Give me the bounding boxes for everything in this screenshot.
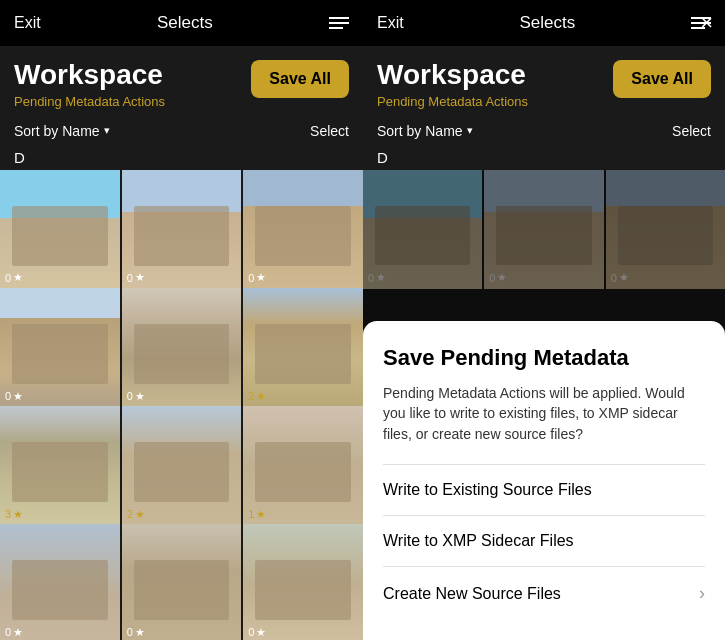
right-exit-button[interactable]: Exit [377, 14, 404, 32]
modal-title: Save Pending Metadata [383, 345, 705, 371]
photo-cell-7[interactable]: 3 ★ [0, 406, 120, 526]
right-photo-badge-2: 0 ★ [489, 271, 507, 284]
star-icon-2: ★ [135, 271, 145, 284]
left-section-label: D [0, 145, 363, 170]
photo-cell-4[interactable]: 0 ★ [0, 288, 120, 408]
left-sort-label-text: Sort by Name [14, 123, 100, 139]
photo-cell-12[interactable]: 0 ★ [243, 524, 363, 640]
left-photo-grid: 0 ★ 0 ★ 0 ★ 0 ★ 0 ★ [0, 170, 363, 640]
star-icon-6: ★ [256, 390, 266, 403]
right-star-icon-1: ★ [376, 271, 386, 284]
right-photo-cell-3: 0 ★ [606, 170, 725, 289]
left-sort-chevron-icon: ▾ [104, 124, 110, 137]
photo-badge-8: 2 ★ [127, 508, 145, 521]
photo-cell-11[interactable]: 0 ★ [122, 524, 242, 640]
left-save-all-button[interactable]: Save All [251, 60, 349, 98]
star-icon-1: ★ [13, 271, 23, 284]
left-nav-title: Selects [157, 13, 213, 33]
right-sort-label-text: Sort by Name [377, 123, 463, 139]
photo-badge-10: 0 ★ [5, 626, 23, 639]
left-workspace-header: Workspace Pending Metadata Actions Save … [0, 46, 363, 117]
close-modal-button[interactable]: × [700, 12, 713, 34]
right-nav-title: Selects [519, 13, 575, 33]
right-title-block: Workspace Pending Metadata Actions [377, 60, 528, 109]
photo-badge-5: 0 ★ [127, 390, 145, 403]
left-select-button[interactable]: Select [310, 123, 349, 139]
modal-description: Pending Metadata Actions will be applied… [383, 383, 705, 444]
right-nav: Exit Selects [363, 0, 725, 46]
photo-badge-3: 0 ★ [248, 271, 266, 284]
right-workspace-subtitle: Pending Metadata Actions [377, 94, 528, 109]
photo-cell-10[interactable]: 0 ★ [0, 524, 120, 640]
star-icon-5: ★ [135, 390, 145, 403]
photo-badge-2: 0 ★ [127, 271, 145, 284]
star-icon-7: ★ [13, 508, 23, 521]
photo-cell-1[interactable]: 0 ★ [0, 170, 120, 290]
photo-badge-11: 0 ★ [127, 626, 145, 639]
hamburger-line-3 [329, 27, 343, 29]
option-write-existing-label: Write to Existing Source Files [383, 481, 592, 499]
modal-options-list: Write to Existing Source Files Write to … [383, 464, 705, 620]
photo-cell-3[interactable]: 0 ★ [243, 170, 363, 290]
photo-badge-4: 0 ★ [5, 390, 23, 403]
star-icon-9: ★ [256, 508, 266, 521]
star-icon-11: ★ [135, 626, 145, 639]
option-write-xmp-label: Write to XMP Sidecar Files [383, 532, 574, 550]
star-icon-8: ★ [135, 508, 145, 521]
option-create-new-chevron-icon: › [699, 583, 705, 604]
photo-badge-9: 1 ★ [248, 508, 266, 521]
right-photo-badge-1: 0 ★ [368, 271, 386, 284]
right-workspace-header: Workspace Pending Metadata Actions Save … [363, 46, 725, 117]
left-title-block: Workspace Pending Metadata Actions [14, 60, 165, 109]
right-workspace-title: Workspace [377, 60, 528, 91]
hamburger-line-2 [329, 22, 349, 24]
right-photo-badge-3: 0 ★ [611, 271, 629, 284]
right-sort-chevron-icon: ▾ [467, 124, 473, 137]
photo-cell-8[interactable]: 2 ★ [122, 406, 242, 526]
photo-badge-1: 0 ★ [5, 271, 23, 284]
photo-cell-9[interactable]: 1 ★ [243, 406, 363, 526]
left-panel: Exit Selects Workspace Pending Metadata … [0, 0, 363, 640]
left-sort-control[interactable]: Sort by Name ▾ [14, 123, 110, 139]
star-icon-12: ★ [256, 626, 266, 639]
left-sort-bar: Sort by Name ▾ Select [0, 117, 363, 145]
left-workspace-subtitle: Pending Metadata Actions [14, 94, 165, 109]
photo-cell-2[interactable]: 0 ★ [122, 170, 242, 290]
right-save-all-button[interactable]: Save All [613, 60, 711, 98]
left-hamburger-icon[interactable] [329, 17, 349, 29]
star-icon-10: ★ [13, 626, 23, 639]
right-star-icon-2: ★ [497, 271, 507, 284]
photo-badge-6: 2 ★ [248, 390, 266, 403]
left-workspace-title: Workspace [14, 60, 165, 91]
right-section-label: D [363, 145, 725, 170]
right-star-icon-3: ★ [619, 271, 629, 284]
option-write-existing[interactable]: Write to Existing Source Files [383, 465, 705, 516]
left-exit-button[interactable]: Exit [14, 14, 41, 32]
photo-badge-12: 0 ★ [248, 626, 266, 639]
option-write-xmp[interactable]: Write to XMP Sidecar Files [383, 516, 705, 567]
star-icon-4: ★ [13, 390, 23, 403]
star-icon-3: ★ [256, 271, 266, 284]
photo-cell-5[interactable]: 0 ★ [122, 288, 242, 408]
photo-badge-7: 3 ★ [5, 508, 23, 521]
right-photo-cell-2: 0 ★ [484, 170, 603, 289]
right-sort-control[interactable]: Sort by Name ▾ [377, 123, 473, 139]
right-photo-cell-1: 0 ★ [363, 170, 482, 289]
right-sort-bar: Sort by Name ▾ Select [363, 117, 725, 145]
option-create-new-label: Create New Source Files [383, 585, 561, 603]
right-panel: Exit Selects Workspace Pending Metadata … [363, 0, 725, 640]
save-pending-modal: Save Pending Metadata Pending Metadata A… [363, 321, 725, 640]
photo-cell-6[interactable]: 2 ★ [243, 288, 363, 408]
hamburger-line-1 [329, 17, 349, 19]
right-select-button[interactable]: Select [672, 123, 711, 139]
option-create-new[interactable]: Create New Source Files › [383, 567, 705, 620]
left-nav: Exit Selects [0, 0, 363, 46]
